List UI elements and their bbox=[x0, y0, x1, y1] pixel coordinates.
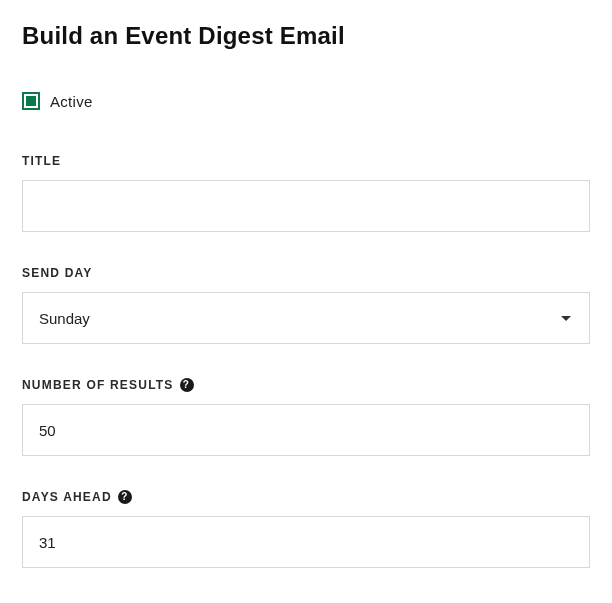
active-checkbox[interactable] bbox=[22, 92, 40, 110]
days-ahead-field: DAYS AHEAD ? bbox=[22, 490, 590, 568]
send-day-label: SEND DAY bbox=[22, 266, 590, 280]
send-day-select[interactable]: Sunday bbox=[22, 292, 590, 344]
number-of-results-label: NUMBER OF RESULTS ? bbox=[22, 378, 590, 392]
days-ahead-input[interactable] bbox=[22, 516, 590, 568]
title-input[interactable] bbox=[22, 180, 590, 232]
number-of-results-label-text: NUMBER OF RESULTS bbox=[22, 378, 174, 392]
help-icon[interactable]: ? bbox=[180, 378, 194, 392]
number-of-results-field: NUMBER OF RESULTS ? bbox=[22, 378, 590, 456]
days-ahead-label: DAYS AHEAD ? bbox=[22, 490, 590, 504]
number-of-results-input[interactable] bbox=[22, 404, 590, 456]
send-day-value: Sunday bbox=[39, 310, 90, 327]
title-field: TITLE bbox=[22, 154, 590, 232]
title-label-text: TITLE bbox=[22, 154, 61, 168]
checkbox-checked-icon bbox=[26, 96, 36, 106]
title-label: TITLE bbox=[22, 154, 590, 168]
page-title: Build an Event Digest Email bbox=[22, 22, 590, 50]
active-checkbox-label: Active bbox=[50, 93, 93, 110]
chevron-down-icon bbox=[561, 316, 571, 321]
active-checkbox-row: Active bbox=[22, 92, 590, 110]
days-ahead-label-text: DAYS AHEAD bbox=[22, 490, 112, 504]
send-day-field: SEND DAY Sunday bbox=[22, 266, 590, 344]
help-icon[interactable]: ? bbox=[118, 490, 132, 504]
send-day-label-text: SEND DAY bbox=[22, 266, 93, 280]
